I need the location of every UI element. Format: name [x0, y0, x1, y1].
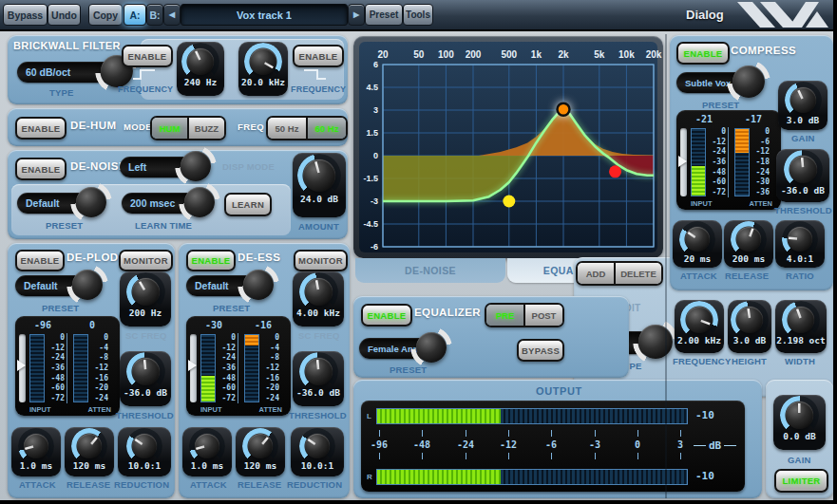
dehum-panel: ENABLE DE-HUM MODE HUM BUZZ FREQ 50 Hz 6… [8, 108, 348, 146]
compress-attack-knob-housing: 20 ms [673, 220, 722, 268]
compress-gain-knob[interactable] [790, 87, 816, 113]
compress-attack-label: ATTACK [680, 271, 717, 281]
undo-button[interactable]: Undo [48, 4, 81, 26]
lowpass-enable-button[interactable]: ENABLE [293, 45, 344, 67]
deess-attack-label: ATTACK [190, 479, 227, 490]
deess-threshold-slider[interactable] [190, 334, 197, 402]
compress-release-knob[interactable] [736, 227, 761, 252]
output-scale-unit: dB [694, 439, 736, 452]
low-shelf-band-handle[interactable] [503, 196, 515, 208]
deess-attack-knob-housing: 1.0 ms [182, 427, 232, 476]
compress-preset-label: PRESET [702, 100, 739, 110]
copy-button[interactable]: Copy [88, 4, 123, 26]
denoise-disp-knob[interactable] [181, 151, 211, 181]
deplode-attack-knob[interactable] [24, 434, 48, 458]
deplode-preset-value: Default [24, 280, 58, 291]
dehum-60hz-option[interactable]: 60 Hz [306, 118, 346, 139]
compress-threshold-slider[interactable] [680, 128, 687, 196]
ab-b-button[interactable]: B: [146, 4, 163, 26]
dehum-freq-toggle: 50 Hz 60 Hz [266, 116, 348, 140]
compress-threshold-knob[interactable] [789, 156, 817, 183]
lowpass-freq-knob[interactable] [250, 48, 276, 75]
deplode-release-knob[interactable] [77, 434, 102, 458]
brickwall-title: BRICKWALL FILTER [13, 40, 121, 51]
deplode-preset-knob[interactable] [72, 270, 103, 300]
equalizer-preset-knob[interactable] [416, 332, 447, 363]
highpass-frequency-label: FREQUENCY [118, 84, 173, 94]
deplode-threshold-slider[interactable] [19, 334, 26, 402]
highpass-freq-knob[interactable] [187, 48, 214, 75]
denoise-amount-knob-housing: 24.0 dB [293, 153, 346, 217]
denoise-amount-knob[interactable] [303, 159, 335, 192]
deess-release-knob-housing: 120 ms [236, 427, 285, 476]
eq-graph-panel: 20501002005001k2k5k10k20k64.531.50-1.5-3… [353, 36, 663, 258]
tools-menu-button[interactable]: Tools [403, 4, 433, 26]
deplode-threshold-knob[interactable] [132, 358, 160, 385]
plugin-title: Dialog [686, 8, 724, 22]
deess-preset-knob[interactable] [243, 270, 274, 300]
dehum-enable-button[interactable]: ENABLE [15, 117, 67, 140]
deplode-enable-button[interactable]: ENABLE [15, 250, 65, 271]
tab-denoise[interactable]: DE-NOISE [355, 258, 505, 283]
bypass-button[interactable]: Bypass [3, 4, 48, 26]
parametric-band-handle[interactable] [558, 103, 570, 116]
deess-scfreq-knob-housing: 4.00 kHz [293, 271, 344, 327]
deess-scfreq-knob[interactable] [305, 278, 333, 306]
deess-enable-button[interactable]: ENABLE [186, 250, 236, 271]
band-delete-button[interactable]: DELETE [614, 263, 661, 284]
compress-atten-meter [734, 128, 750, 196]
denoise-preset-value: Default [26, 197, 60, 209]
band-width-label: WIDTH [785, 356, 815, 366]
dehum-mode-label: MODE [124, 121, 152, 132]
denoise-preset-knob[interactable] [76, 187, 106, 217]
highpass-enable-button[interactable]: ENABLE [122, 45, 173, 67]
ab-a-button[interactable]: A: [124, 4, 146, 26]
deess-monitor-button[interactable]: MONITOR [294, 250, 348, 271]
band-type-knob[interactable] [638, 325, 673, 359]
equalizer-pre-option[interactable]: PRE [486, 305, 523, 326]
equalizer-post-option[interactable]: POST [523, 305, 562, 326]
output-meter-block: L -10 -96 -48 -24 -12 -6 -3 0 3 dB R -10 [361, 401, 745, 492]
deplode-scfreq-knob[interactable] [132, 278, 160, 306]
deess-attack-knob[interactable] [195, 434, 219, 458]
prev-preset-icon[interactable]: ◀ [163, 4, 181, 26]
deess-reduction-knob[interactable] [305, 434, 330, 458]
denoise-learn-button[interactable]: LEARN [224, 193, 272, 216]
denoise-enable-button[interactable]: ENABLE [15, 158, 67, 180]
deess-threshold-marker[interactable] [188, 360, 197, 371]
compress-threshold-marker[interactable] [678, 156, 687, 167]
preset-menu-button[interactable]: Preset [365, 4, 403, 26]
plugin-window: Bypass Undo Copy A: B: ◀ Vox track 1 ▶ P… [0, 0, 833, 500]
toolbar: Bypass Undo Copy A: B: ◀ Vox track 1 ▶ P… [0, 0, 833, 31]
band-width-knob-housing: 2.198 oct [775, 300, 827, 353]
band-frequency-knob[interactable] [686, 307, 713, 333]
output-gain-knob[interactable] [786, 401, 813, 429]
deess-release-knob[interactable] [248, 434, 273, 458]
dehum-buzz-option[interactable]: BUZZ [187, 118, 224, 139]
equalizer-bypass-button[interactable]: BYPASS [517, 339, 564, 362]
eq-graph[interactable]: 20501002005001k2k5k10k20k64.531.50-1.5-3… [353, 36, 663, 258]
deplode-monitor-button[interactable]: MONITOR [119, 250, 173, 271]
dehum-hum-option[interactable]: HUM [152, 118, 187, 139]
band-add-button[interactable]: ADD [578, 263, 614, 284]
deplode-reduction-knob[interactable] [132, 434, 157, 458]
high-shelf-band-handle[interactable] [609, 165, 621, 177]
compress-preset-knob[interactable] [732, 65, 765, 98]
band-width-knob[interactable] [788, 307, 814, 333]
compress-attack-knob[interactable] [685, 227, 710, 252]
deess-threshold-knob[interactable] [305, 358, 333, 385]
next-preset-icon[interactable]: ▶ [348, 4, 365, 26]
output-right-meter [376, 469, 688, 485]
deplode-threshold-marker[interactable] [17, 360, 26, 371]
deess-release-label: RELEASE [238, 479, 281, 490]
dehum-freq-label: FREQ [238, 121, 264, 132]
dehum-50hz-option[interactable]: 50 Hz [268, 118, 306, 139]
band-height-knob[interactable] [736, 307, 763, 333]
equalizer-enable-button[interactable]: ENABLE [361, 304, 412, 327]
preset-display[interactable]: Vox track 1 [181, 4, 348, 26]
compress-ratio-knob[interactable] [788, 227, 812, 252]
denoise-learn-time-knob[interactable] [184, 187, 215, 217]
limiter-button[interactable]: LIMITER [774, 469, 828, 493]
compress-enable-button[interactable]: ENABLE [676, 42, 730, 65]
lowpass-frequency-label: FREQUENCY [291, 84, 346, 94]
